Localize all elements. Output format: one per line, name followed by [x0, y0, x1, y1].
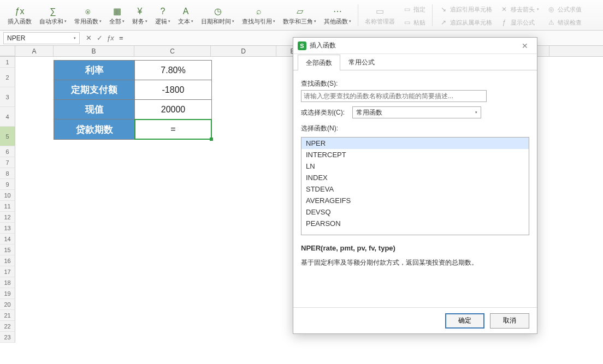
row-header[interactable]: 19 [0, 288, 15, 299]
table-row: 贷款期数 = [54, 120, 211, 139]
assign-icon: ▭ [403, 5, 411, 14]
yen-icon: ¥ [133, 5, 146, 17]
paste-label: 粘贴 [413, 19, 425, 27]
table-value[interactable]: 7.80% [135, 61, 211, 80]
function-list-item[interactable]: NPER [302, 138, 529, 149]
function-listbox[interactable]: NPERINTERCEPTLNINDEXSTDEVAAVERAGEIFSDEVS… [301, 137, 529, 235]
error-check-button[interactable]: ⚠错误检查 [546, 16, 583, 28]
dialog-footer: 确定 取消 [293, 307, 537, 333]
dialog-titlebar[interactable]: S 插入函数 ✕ [293, 38, 537, 54]
row-header[interactable]: 17 [0, 266, 15, 277]
row-header[interactable]: 22 [0, 321, 15, 332]
function-list-item[interactable]: LN [302, 160, 529, 172]
all-functions-button[interactable]: ▦ 全部▾ [106, 2, 128, 28]
insert-function-button[interactable]: ƒx 插入函数 [4, 2, 35, 28]
autosum-button[interactable]: ∑ 自动求和▾ [36, 2, 70, 28]
table-label[interactable]: 利率 [54, 61, 135, 80]
function-list-item[interactable]: PEARSON [302, 218, 529, 229]
row-header[interactable]: 10 [0, 190, 15, 201]
row-header[interactable]: 11 [0, 201, 15, 212]
row-header[interactable]: 2 [0, 68, 15, 87]
common-functions-button[interactable]: ⍟ 常用函数▾ [71, 2, 105, 28]
row-header[interactable]: 4 [0, 107, 15, 127]
row-header[interactable]: 15 [0, 244, 15, 255]
logic-button[interactable]: ? 逻辑▾ [152, 2, 174, 28]
table-label[interactable]: 定期支付额 [54, 80, 135, 100]
row-header[interactable]: 14 [0, 234, 15, 244]
function-list-item[interactable]: STDEVA [302, 183, 529, 195]
row-header[interactable]: 23 [0, 332, 15, 343]
table-label[interactable]: 现值 [54, 100, 135, 120]
function-list-item[interactable]: INDEX [302, 172, 529, 183]
app-logo-icon: S [298, 41, 306, 50]
col-header[interactable]: C [134, 46, 211, 56]
fx-button[interactable]: ƒx [105, 34, 116, 42]
accept-formula-button[interactable]: ✓ [94, 34, 105, 42]
cancel-formula-button[interactable]: ✕ [83, 34, 94, 42]
row-header[interactable]: 13 [0, 223, 15, 234]
col-header[interactable]: A [15, 46, 54, 56]
remove-arrow-button[interactable]: ✕移去箭头▾ [499, 3, 540, 15]
dialog-body: 查找函数(S): 或选择类别(C): 常用函数 ▾ 选择函数(N): NPERI… [293, 70, 537, 307]
common-label: 常用函数 [74, 17, 98, 26]
search-input[interactable] [301, 90, 487, 102]
close-button[interactable]: ✕ [517, 41, 533, 50]
chevron-down-icon: ▾ [64, 19, 67, 23]
trace-precedents-button[interactable]: ↘追踪引用单元格 [438, 3, 493, 15]
row-header[interactable]: 21 [0, 310, 15, 321]
datetime-button[interactable]: ◷ 日期和时间▾ [198, 2, 238, 28]
tag-icon: ▭ [374, 5, 387, 17]
trace-group: ↘追踪引用单元格 ↗追踪从属单元格 [436, 2, 495, 29]
row-header[interactable]: 8 [0, 168, 15, 179]
error-icon: ⚠ [547, 18, 555, 27]
trace-dep-icon: ↗ [439, 18, 448, 27]
row-header[interactable]: 1 [0, 57, 15, 68]
active-cell[interactable]: = [135, 120, 211, 139]
trace-prec-icon: ↘ [439, 5, 448, 14]
text-a-icon: A [179, 5, 192, 17]
paste-button[interactable]: ▭粘贴 [401, 16, 427, 28]
ok-button[interactable]: 确定 [445, 313, 484, 329]
row-header[interactable]: 7 [0, 157, 15, 168]
dots-icon: ⋯ [331, 5, 344, 17]
row-header[interactable]: 16 [0, 255, 15, 266]
function-list-item[interactable]: INTERCEPT [302, 149, 529, 160]
table-value[interactable]: -1800 [135, 80, 211, 100]
assign-button[interactable]: ▭指定 [401, 3, 427, 15]
function-list-item[interactable]: AVERAGEIFS [302, 195, 529, 206]
trace-dependents-button[interactable]: ↗追踪从属单元格 [438, 16, 493, 28]
tab-all-functions[interactable]: 全部函数 [298, 55, 340, 70]
finance-button[interactable]: ¥ 财务▾ [129, 2, 151, 28]
name-box[interactable]: NPER ▾ [3, 32, 80, 44]
search-icon: ⌕ [252, 5, 265, 17]
other-functions-button[interactable]: ⋯ 其他函数▾ [321, 2, 354, 28]
name-manager-button[interactable]: ▭ 名称管理器 [362, 2, 398, 28]
tab-common-formulas[interactable]: 常用公式 [340, 54, 383, 70]
paste-icon: ▭ [403, 18, 411, 27]
row-header[interactable]: 20 [0, 299, 15, 310]
select-function-label: 选择函数(N): [301, 124, 529, 133]
col-header[interactable]: D [211, 46, 276, 56]
table-row: 定期支付额 -1800 [54, 80, 211, 100]
chevron-down-icon: ▾ [99, 19, 102, 23]
text-button[interactable]: A 文本▾ [175, 2, 197, 28]
row-header[interactable]: 18 [0, 277, 15, 288]
show-formula-button[interactable]: ƒ显示公式 [499, 16, 540, 28]
select-all-corner[interactable] [0, 46, 15, 56]
table-value[interactable]: 20000 [135, 100, 211, 120]
row-header[interactable]: 5 [0, 127, 15, 146]
lookup-button[interactable]: ⌕ 查找与引用▾ [239, 2, 279, 28]
cancel-button[interactable]: 取消 [490, 313, 529, 329]
row-header[interactable]: 3 [0, 87, 15, 107]
row-header[interactable]: 12 [0, 212, 15, 223]
row-header[interactable]: 9 [0, 179, 15, 190]
function-list-item[interactable]: DEVSQ [302, 206, 529, 218]
row-header[interactable]: 6 [0, 146, 15, 157]
math-button[interactable]: ▱ 数学和三角▾ [280, 2, 320, 28]
chevron-down-icon: ▾ [273, 19, 275, 23]
category-combo[interactable]: 常用函数 ▾ [352, 106, 481, 118]
separator [432, 4, 433, 26]
table-label[interactable]: 贷款期数 [54, 120, 135, 139]
col-header[interactable]: B [54, 46, 134, 56]
formula-eval-button[interactable]: ◎公式求值 [546, 3, 583, 15]
